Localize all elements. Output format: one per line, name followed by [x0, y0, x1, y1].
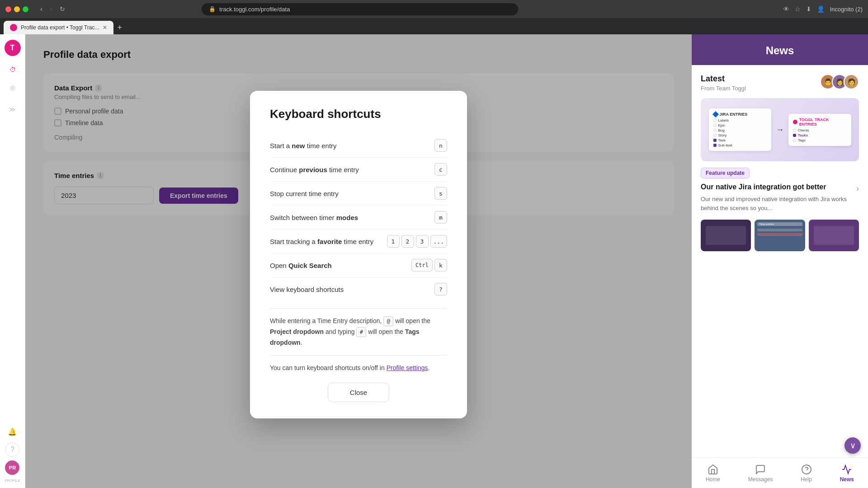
key-s: s — [434, 187, 447, 200]
modal-note2: You can turn keyboard shortcuts on/off i… — [270, 363, 447, 374]
shortcut-desc-continue: Continue previous time entry — [270, 165, 359, 173]
avatar[interactable]: PR — [5, 460, 19, 475]
shortcut-row-modes: Switch between timer modes m — [270, 206, 447, 230]
keyboard-shortcuts-modal: Keyboard shortcuts Start a new time entr… — [250, 91, 467, 418]
sidebar-item-reports[interactable]: ◎ — [5, 80, 21, 96]
sidebar: T ⏱ ◎ ≫ 🔔 ? PR PROFILE — [0, 34, 25, 488]
news-header: News — [692, 34, 868, 65]
news-scrollbar[interactable] — [865, 66, 867, 147]
news-thumbnails: Time entries — [701, 220, 859, 251]
nav-help[interactable]: Help — [795, 462, 817, 484]
news-article-arrow[interactable]: › — [856, 184, 859, 193]
profile-settings-link[interactable]: Profile settings — [387, 364, 428, 371]
shortcut-row-search: Open Quick Search Ctrl k — [270, 253, 447, 277]
key-1: 1 — [387, 235, 400, 248]
modal-divider2 — [270, 355, 447, 356]
shortcut-desc-new: Start a new time entry — [270, 141, 337, 149]
modal-divider1 — [270, 308, 447, 309]
nav-messages[interactable]: Messages — [743, 462, 778, 484]
shortcut-row-new: Start a new time entry n — [270, 134, 447, 158]
key-n: n — [434, 139, 447, 152]
scroll-down-btn[interactable]: ∨ — [844, 437, 861, 454]
tab-title: Profile data export • Toggl Trac... — [21, 24, 99, 31]
news-title: News — [703, 44, 857, 57]
feature-badge: Feature update — [701, 168, 750, 178]
news-from-label: From Team Toggl — [701, 85, 746, 92]
news-body: Latest From Team Toggl 👨 👩 🧑 JIRA E — [692, 65, 868, 457]
shortcut-desc-stop: Stop current time entry — [270, 189, 339, 197]
nav-news-label: News — [840, 476, 854, 483]
news-article-desc: Our new and improved native integration … — [701, 195, 853, 212]
news-icon — [841, 464, 852, 475]
avatar-3: 🧑 — [844, 74, 859, 89]
news-article-title: Our native Jira integration got better — [701, 183, 853, 191]
key-m: m — [434, 211, 447, 224]
help-icon — [801, 464, 812, 475]
shortcut-desc-view: View keyboard shortcuts — [270, 285, 344, 293]
messages-icon — [755, 464, 766, 475]
shortcut-desc-modes: Switch between timer modes — [270, 213, 358, 221]
download-icon: ⬇ — [806, 5, 811, 13]
key-question: ? — [434, 283, 447, 296]
sidebar-logo[interactable]: T — [5, 40, 21, 56]
news-panel: News Latest From Team Toggl 👨 👩 🧑 — [692, 34, 868, 488]
nav-help-label: Help — [801, 476, 812, 483]
nav-home-label: Home — [706, 476, 720, 483]
modal-close-btn[interactable]: Close — [328, 383, 389, 402]
key-c: c — [434, 163, 447, 176]
news-thumb-2[interactable]: Time entries — [755, 220, 805, 251]
new-tab-btn[interactable]: + — [113, 23, 126, 33]
extension-icon: 👁 — [783, 5, 789, 13]
key-2: 2 — [401, 235, 414, 248]
address-bar[interactable]: 🔒 track.toggl.com/profile/data — [202, 3, 518, 15]
nav-news[interactable]: News — [835, 462, 859, 484]
shortcut-desc-favorite: Start tracking a favorite time entry — [270, 237, 373, 245]
news-thumb-1[interactable] — [701, 220, 751, 251]
news-latest-row: Latest From Team Toggl 👨 👩 🧑 — [701, 74, 859, 92]
tab-close-icon[interactable]: ✕ — [103, 24, 107, 31]
lock-icon: 🔒 — [209, 6, 216, 12]
news-latest-label: Latest — [701, 74, 746, 84]
url-text: track.toggl.com/profile/data — [219, 6, 290, 13]
shortcut-row-view: View keyboard shortcuts ? — [270, 277, 447, 301]
news-nav: Home Messages Help News — [692, 457, 868, 488]
sidebar-help-icon[interactable]: ? — [5, 442, 19, 457]
shortcut-desc-search: Open Quick Search — [270, 261, 332, 269]
browser-tab[interactable]: Profile data export • Toggl Trac... ✕ — [4, 21, 113, 34]
news-thumb-3[interactable] — [809, 220, 859, 251]
key-dots: ... — [430, 235, 447, 248]
shortcut-row-favorite: Start tracking a favorite time entry 1 2… — [270, 230, 447, 253]
incognito-label: Incognito (2) — [830, 6, 863, 13]
nav-refresh-btn[interactable]: ↻ — [57, 5, 68, 14]
key-ctrl: Ctrl — [411, 259, 433, 272]
news-avatars: 👨 👩 🧑 — [820, 74, 859, 89]
profile-icon: 👤 — [817, 5, 825, 13]
modal-note1: While entering a Time Entry description,… — [270, 316, 447, 348]
key-k: k — [434, 259, 447, 272]
sidebar-bell-icon[interactable]: 🔔 — [5, 424, 19, 439]
news-article[interactable]: Our native Jira integration got better O… — [701, 183, 859, 212]
key-3: 3 — [416, 235, 429, 248]
sidebar-expand[interactable]: ≫ — [5, 101, 21, 117]
sidebar-item-timer[interactable]: ⏱ — [5, 61, 21, 78]
tab-favicon — [10, 24, 17, 31]
home-icon — [708, 464, 718, 475]
nav-forward-btn[interactable]: › — [47, 4, 55, 14]
nav-home[interactable]: Home — [700, 462, 726, 484]
shortcut-row-continue: Continue previous time entry c — [270, 158, 447, 182]
modal-title: Keyboard shortcuts — [270, 107, 447, 121]
nav-back-btn[interactable]: ‹ — [38, 4, 45, 14]
profile-label: PROFILE — [5, 479, 20, 483]
shortcut-row-stop: Stop current time entry s — [270, 182, 447, 206]
nav-messages-label: Messages — [748, 476, 773, 483]
star-icon: ☆ — [795, 5, 801, 13]
news-article-image: JIRA ENTRIES Labels Epic Bug Story Task … — [701, 98, 859, 161]
